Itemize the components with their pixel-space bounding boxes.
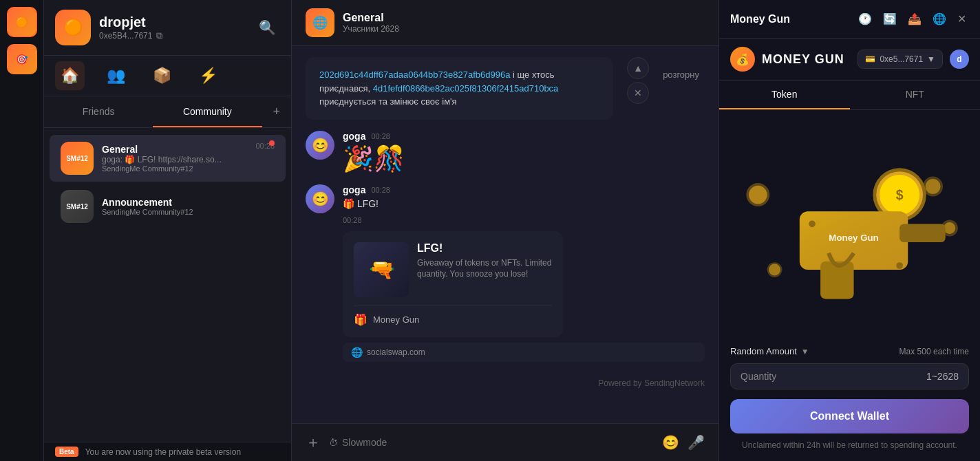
copy-address-icon[interactable]: ⧉ (156, 30, 162, 41)
expand-button[interactable]: розгорну (657, 67, 705, 83)
system-text-2: приєднується та змінює своє ім'я (319, 96, 457, 107)
mini-avatar-active[interactable]: 🟠 (7, 7, 37, 37)
panel-globe-button[interactable]: 🌐 (930, 10, 949, 28)
msg-text-goga-2: 🎁 LFG! (343, 198, 705, 209)
svg-rect-15 (899, 224, 946, 242)
money-gun-visual: $ Money Gun (733, 124, 966, 332)
emoji-button[interactable]: 😊 (662, 434, 679, 451)
input-icons: 😊 🎤 (662, 434, 705, 451)
nav-home-button[interactable]: 🏠 (55, 61, 85, 90)
tab-friends[interactable]: Friends (44, 96, 153, 127)
logo-emoji: 🟠 (64, 19, 83, 36)
channel-name-announcement: Announcement (102, 197, 275, 208)
nft-name: MONEY GUN (762, 52, 844, 67)
panel-clock-button[interactable]: 🕐 (855, 10, 875, 28)
svg-point-18 (896, 262, 903, 269)
msg-username-goga-1: goga (343, 131, 365, 142)
random-amount-row: Random Amount ▼ Max 500 each time (730, 346, 969, 356)
mic-button[interactable]: 🎤 (688, 434, 705, 451)
svg-point-3 (926, 179, 941, 194)
sidebar-header: 🟠 dropjet 0xe5B4...7671 ⧉ 🔍 (44, 0, 291, 56)
nft-identity-row: 💰 MONEY GUN 💳 0xe5...7671 ▼ d (719, 39, 980, 81)
wallet-icon: 💳 (865, 54, 875, 64)
chat-channel-members: Учасники 2628 (343, 24, 705, 34)
user-avatar-button[interactable]: d (950, 50, 969, 69)
card-time-row: 00:28 (343, 213, 705, 226)
msg-time-goga-1: 00:28 (371, 132, 390, 140)
chat-input-field[interactable] (342, 437, 397, 448)
quantity-input-row[interactable]: Quantity 1~2628 (730, 363, 969, 389)
nav-box-button[interactable]: 📦 (147, 61, 177, 90)
connect-wallet-button[interactable]: Connect Wallet (730, 399, 969, 433)
nav-flash-button[interactable]: ⚡ (193, 61, 223, 90)
chat-message-goga-lfg: 😊 goga 00:28 🎁 LFG! 00:28 🔫 LFG! (306, 184, 705, 362)
add-community-button[interactable]: + (262, 96, 292, 127)
collapse-x-button[interactable]: ✕ (627, 82, 649, 104)
card-info: LFG! Giveaway of tokens or NFTs. Limited… (417, 242, 552, 281)
msg-username-goga-2: goga (343, 184, 365, 195)
domain-text-1: socialswap.com (367, 347, 425, 357)
panel-tabs: Token NFT (719, 81, 980, 110)
input-add-button[interactable]: ＋ (306, 432, 321, 453)
right-panel-header: Money Gun 🕐 🔄 📤 🌐 ✕ (719, 0, 980, 39)
chat-header-info: General Учасники 2628 (343, 12, 705, 34)
msg-time-goga-2: 00:28 (371, 186, 390, 194)
domain-icon-1: 🌐 (351, 347, 363, 358)
nav-users-button[interactable]: 👥 (101, 61, 131, 90)
card-footer: 🎁 Money Gun (354, 305, 552, 326)
nft-controls: Random Amount ▼ Max 500 each time Quanti… (719, 346, 980, 461)
beta-badge: Beta (55, 447, 78, 457)
right-panel-title: Money Gun (730, 13, 790, 25)
tab-community[interactable]: Community (153, 96, 262, 127)
nav-icons: 🏠 👥 📦 ⚡ (44, 56, 291, 96)
panel-refresh-button[interactable]: 🔄 (880, 10, 899, 28)
msg-header-goga-1: goga 00:28 (343, 131, 705, 142)
channel-avatar-general: SM#12 (61, 142, 94, 175)
card-timestamp: 00:28 (343, 216, 362, 224)
channel-subtitle-announcement: SendingMe Community#12 (102, 208, 275, 216)
app-name: dropjet (99, 14, 162, 30)
svg-text:$: $ (896, 187, 904, 202)
sidebar: 🟠 dropjet 0xe5B4...7671 ⧉ 🔍 🏠 👥 📦 ⚡ Frie… (44, 0, 292, 461)
card-title: LFG! (417, 242, 552, 255)
powered-by-text: Powered by SendingNetwork (598, 378, 705, 388)
svg-point-7 (769, 264, 780, 276)
slowmode-icon: ⏱ (329, 438, 338, 448)
panel-tab-token[interactable]: Token (719, 81, 850, 109)
nft-display: $ Money Gun (719, 110, 980, 346)
mini-avatar-1[interactable]: 🎯 (7, 44, 37, 74)
chat-message-goga-emoji: 😊 goga 00:28 🎉🎊 (306, 131, 705, 173)
search-button[interactable]: 🔍 (255, 15, 280, 40)
wallet-selector[interactable]: 💳 0xe5...7671 ▼ (858, 50, 943, 69)
channel-info-general: General goga: 🎁 LFG! https://share.so...… (102, 144, 275, 173)
quantity-label: Quantity (741, 371, 926, 382)
msg-avatar-goga-1: 😊 (306, 131, 334, 160)
panel-share-button[interactable]: 📤 (905, 10, 924, 28)
channel-item-announcement[interactable]: SM#12 Announcement SendingMe Community#1… (50, 183, 286, 230)
beta-bar: Beta You are now using the private beta … (44, 442, 291, 461)
system-hash-1: 202d691c44dff67adaa0644bb73e827afb6d996a (319, 69, 510, 80)
channel-subtitle-general: SendingMe Community#12 (102, 164, 275, 173)
mini-sidebar: 🟠 🎯 (0, 0, 44, 461)
system-hash-2: 4d1fefdf0866be82ac025f81306f2415ad710bca (373, 83, 559, 94)
panel-tab-nft[interactable]: NFT (850, 81, 981, 109)
chat-message-input[interactable] (405, 437, 654, 448)
wallet-chevron-icon: ▼ (927, 54, 935, 64)
main-chat: 🌐 General Учасники 2628 202d691c44dff67a… (292, 0, 718, 461)
right-panel: Money Gun 🕐 🔄 📤 🌐 ✕ 💰 MONEY GUN 💳 0xe5..… (718, 0, 980, 461)
collapse-up-button[interactable]: ▲ (627, 57, 649, 79)
card-message[interactable]: 🔫 LFG! Giveaway of tokens or NFTs. Limit… (343, 231, 563, 337)
domain-badge-1: 🌐 socialswap.com (343, 343, 705, 362)
collapse-buttons: ▲ ✕ (627, 57, 649, 104)
system-message-bubble: 202d691c44dff67adaa0644bb73e827afb6d996a… (306, 57, 613, 120)
svg-text:Money Gun: Money Gun (829, 233, 878, 243)
channel-name-general: General (102, 144, 275, 155)
unclaimed-text: Unclaimed within 24h will be returned to… (730, 440, 969, 450)
chat-channel-name: General (343, 12, 705, 24)
beta-text: You are now using the private beta versi… (85, 447, 241, 457)
channel-item-general[interactable]: SM#12 General goga: 🎁 LFG! https://share… (50, 135, 286, 182)
channel-list: SM#12 General goga: 🎁 LFG! https://share… (44, 128, 291, 442)
random-amount-label[interactable]: Random Amount ▼ (730, 346, 809, 356)
wallet-address: 0xe5...7671 (880, 54, 923, 64)
panel-close-button[interactable]: ✕ (955, 10, 969, 28)
